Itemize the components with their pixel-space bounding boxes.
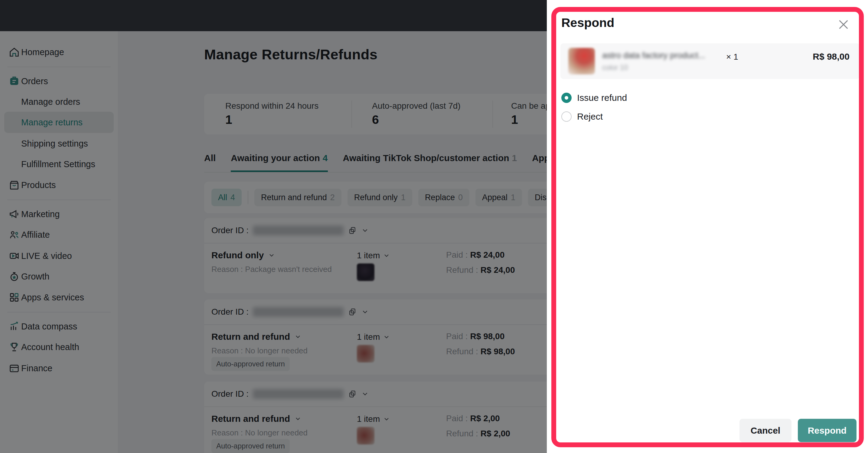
cancel-button[interactable]: Cancel — [740, 419, 792, 442]
option-label: Reject — [577, 111, 603, 122]
option-reject[interactable]: Reject — [561, 111, 603, 122]
modal-title: Respond — [561, 16, 614, 30]
option-label: Issue refund — [577, 93, 627, 103]
radio-unselected-icon[interactable] — [561, 111, 571, 122]
respond-drawer: Respond astro data factory product... co… — [547, 0, 868, 453]
product-image — [568, 48, 595, 75]
product-summary-card: astro data factory product... color 10 ×… — [560, 43, 860, 79]
close-icon[interactable] — [837, 18, 850, 31]
product-name: astro data factory product... — [602, 51, 705, 60]
respond-button[interactable]: Respond — [798, 419, 857, 442]
product-price: R$ 98,00 — [813, 52, 849, 62]
radio-selected-icon[interactable] — [561, 93, 571, 103]
app-root: Homepage Orders Manage orders Manage ret… — [0, 0, 868, 453]
option-issue-refund[interactable]: Issue refund — [561, 93, 627, 103]
product-variant: color 10 — [602, 63, 628, 72]
product-quantity: × 1 — [726, 52, 738, 62]
